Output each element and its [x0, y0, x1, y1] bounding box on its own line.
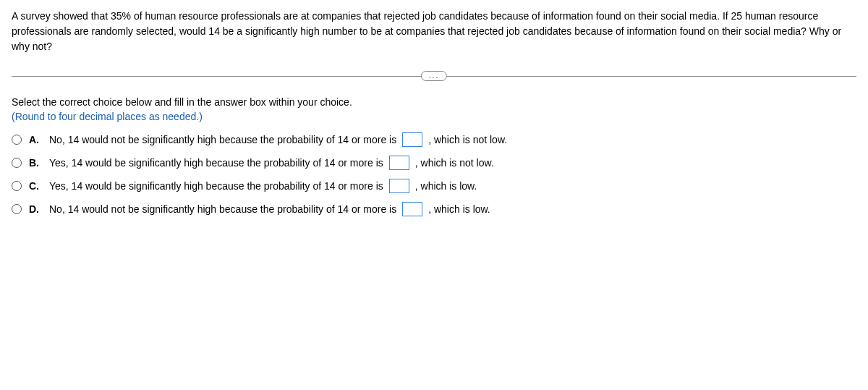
answer-input-d[interactable] — [402, 202, 422, 216]
choice-letter-a: A. — [29, 134, 41, 145]
choice-a[interactable]: A. No, 14 would not be significantly hig… — [12, 132, 856, 147]
choice-text-c-pre: Yes, 14 would be significantly high beca… — [49, 180, 383, 192]
choice-d[interactable]: D. No, 14 would not be significantly hig… — [12, 202, 856, 216]
choice-letter-b: B. — [29, 157, 41, 169]
choices-group: A. No, 14 would not be significantly hig… — [12, 132, 856, 216]
question-text: A survey showed that 35% of human resour… — [12, 9, 856, 54]
radio-c[interactable] — [12, 181, 22, 191]
choice-letter-c: C. — [29, 180, 41, 192]
radio-b[interactable] — [12, 158, 22, 168]
answer-input-a[interactable] — [402, 132, 422, 147]
radio-d[interactable] — [12, 204, 22, 214]
choice-text-a-post: , which is not low. — [428, 134, 507, 145]
choice-text-d-pre: No, 14 would not be significantly high b… — [49, 203, 396, 215]
choice-b[interactable]: B. Yes, 14 would be significantly high b… — [12, 156, 856, 170]
choice-text-b-post: , which is not low. — [415, 157, 494, 169]
answer-input-b[interactable] — [389, 156, 409, 170]
choice-text-c-post: , which is low. — [415, 180, 477, 192]
choice-text-a-pre: No, 14 would not be significantly high b… — [49, 134, 396, 145]
choice-c[interactable]: C. Yes, 14 would be significantly high b… — [12, 179, 856, 193]
answer-input-c[interactable] — [389, 179, 409, 193]
rounding-note: (Round to four decimal places as needed.… — [12, 111, 856, 122]
choice-letter-d: D. — [29, 203, 41, 215]
instruction-text: Select the correct choice below and fill… — [12, 96, 856, 108]
choice-text-b-pre: Yes, 14 would be significantly high beca… — [49, 157, 383, 169]
section-divider: ... — [12, 69, 856, 83]
choice-text-d-post: , which is low. — [428, 203, 490, 215]
expand-pill[interactable]: ... — [421, 71, 447, 81]
radio-a[interactable] — [12, 135, 22, 145]
